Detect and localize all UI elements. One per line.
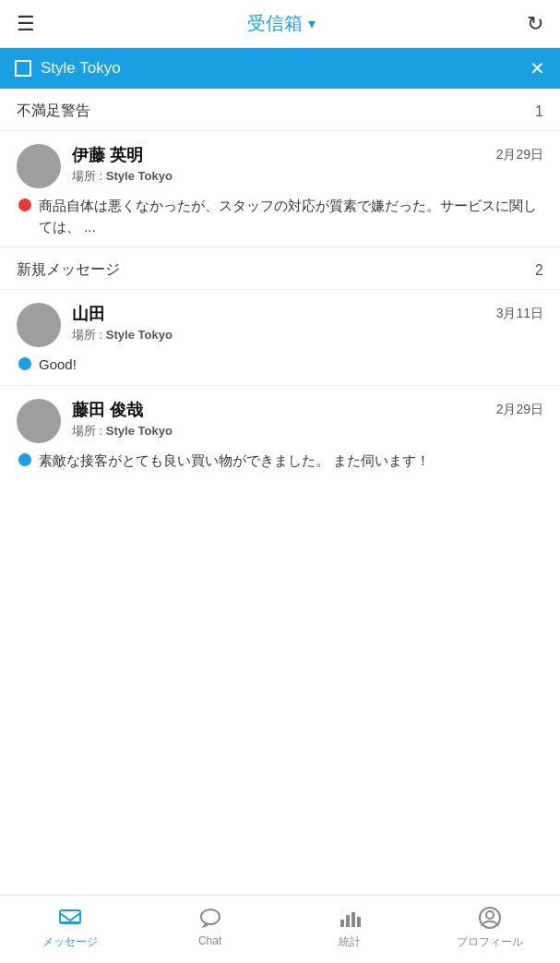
message-date-fujita: 2月29日 (496, 402, 543, 418)
nav-item-messages[interactable]: メッセージ (0, 896, 140, 963)
message-card-yamada[interactable]: 山田 3月11日 場所 : Style Tokyo Good! (0, 290, 560, 386)
message-name-ito: 伊藤 英明 (72, 144, 143, 166)
nav-item-chat[interactable]: Chat (140, 896, 280, 963)
svg-rect-5 (351, 912, 355, 927)
nav-label-chat: Chat (198, 934, 221, 947)
refresh-icon[interactable]: ↻ (527, 12, 543, 36)
message-text-yamada: Good! (39, 355, 77, 376)
nav-label-stats: 統計 (339, 934, 361, 950)
bottom-nav: メッセージ Chat 統計 プロフィール (0, 895, 560, 963)
svg-rect-3 (340, 920, 344, 927)
message-name-yamada: 山田 (72, 303, 105, 325)
section-dissatisfied-title: 不満足警告 (17, 102, 90, 121)
header: ☰ 受信箱 ▾ ↻ (0, 0, 560, 48)
message-date-yamada: 3月11日 (496, 306, 543, 322)
section-dissatisfied-header: 不満足警告 1 (0, 89, 560, 131)
dot-blue-fujita (18, 453, 31, 466)
menu-icon[interactable]: ☰ (17, 12, 35, 36)
section-new-messages-header: 新規メッセージ 2 (0, 247, 560, 290)
message-name-fujita: 藤田 俊哉 (72, 399, 143, 421)
svg-point-2 (201, 909, 220, 924)
nav-item-profile[interactable]: プロフィール (420, 896, 560, 963)
message-preview-ito: 商品自体は悪くなかったが、スタッフの対応が質素で嫌だった。サービスに関しては、 … (17, 196, 543, 237)
nav-item-stats[interactable]: 統計 (280, 896, 421, 963)
avatar-ito (17, 144, 61, 188)
svg-point-8 (486, 911, 494, 919)
svg-rect-4 (346, 915, 350, 927)
section-new-messages-title: 新規メッセージ (17, 260, 120, 280)
message-card-ito[interactable]: 伊藤 英明 2月29日 場所 : Style Tokyo 商品自体は悪くなかった… (0, 131, 560, 247)
dot-blue-yamada (18, 357, 31, 370)
avatar-yamada (17, 303, 61, 347)
dot-red-ito (18, 199, 31, 211)
header-title[interactable]: 受信箱 ▾ (247, 11, 316, 36)
message-location-ito: 場所 : Style Tokyo (72, 168, 543, 185)
caret-icon: ▾ (308, 15, 316, 32)
nav-label-profile: プロフィール (457, 934, 523, 950)
message-preview-yamada: Good! (17, 355, 543, 376)
nav-label-messages: メッセージ (42, 934, 98, 950)
avatar-fujita (17, 399, 61, 443)
stats-icon (337, 905, 363, 931)
section-new-messages-count: 2 (535, 262, 543, 279)
filter-checkbox[interactable] (15, 60, 31, 77)
message-card-fujita[interactable]: 藤田 俊哉 2月29日 場所 : Style Tokyo 素敵な接客がとても良い… (0, 386, 560, 481)
filter-close-icon[interactable]: ✕ (530, 57, 545, 79)
filter-bar: Style Tokyo ✕ (0, 48, 560, 89)
message-location-yamada: 場所 : Style Tokyo (72, 327, 543, 343)
svg-rect-6 (357, 917, 361, 927)
message-date-ito: 2月29日 (496, 147, 543, 163)
chat-icon (197, 905, 223, 931)
message-text-fujita: 素敵な接客がとても良い買い物ができました。 また伺います！ (39, 451, 430, 472)
message-preview-fujita: 素敵な接客がとても良い買い物ができました。 また伺います！ (17, 451, 543, 472)
message-location-fujita: 場所 : Style Tokyo (72, 423, 543, 439)
filter-label: Style Tokyo (41, 59, 520, 78)
profile-icon (477, 905, 503, 931)
messages-icon (57, 905, 83, 931)
section-dissatisfied-count: 1 (535, 103, 543, 120)
inbox-label: 受信箱 (247, 11, 303, 36)
message-text-ito: 商品自体は悪くなかったが、スタッフの対応が質素で嫌だった。サービスに関しては、 … (39, 196, 543, 237)
svg-rect-1 (60, 921, 80, 923)
